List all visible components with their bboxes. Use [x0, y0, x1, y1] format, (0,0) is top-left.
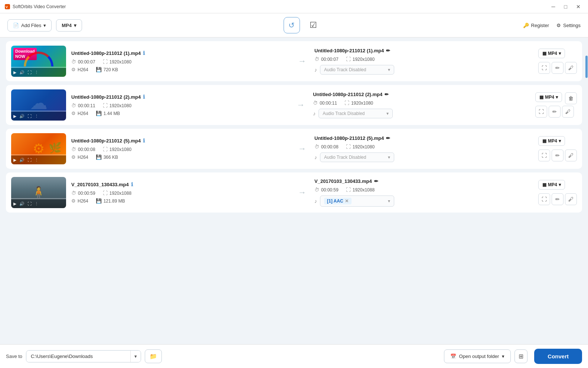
more-icon[interactable]: ⋮: [35, 114, 39, 119]
format-icon: ▦: [542, 182, 546, 187]
scrollbar-thumb[interactable]: [585, 56, 588, 78]
table-row: ⚙ 🌿 ▶ 🔊 ⛶ ⋮ Untitled-1080p-211012 (5).mp…: [6, 129, 582, 169]
output-format-badge[interactable]: ▦ MP4 ▾: [538, 49, 565, 58]
thumb-controls: ▶ 🔊 ⛶ ⋮: [11, 155, 66, 164]
color-button[interactable]: 🖋: [565, 150, 577, 161]
volume-icon[interactable]: 🔊: [19, 201, 24, 206]
clock-icon: ⏱: [71, 59, 76, 65]
save-to-dropdown-button[interactable]: ▾: [130, 351, 141, 362]
save-to-input[interactable]: [26, 351, 130, 362]
delete-button[interactable]: 🗑: [565, 92, 577, 104]
file-list: DownloadNOW ▶ 🔊 ⛶ ⋮ Untitled-1080p-21101…: [0, 37, 588, 344]
info-icon[interactable]: ℹ: [143, 138, 145, 144]
input-meta2: ⚙H264 💾720 KB: [71, 67, 290, 72]
output-format-badge[interactable]: ▦ MP4 ▾: [535, 92, 562, 102]
play-icon[interactable]: ▶: [13, 70, 16, 75]
output-format-label: MP4: [548, 51, 557, 56]
play-icon[interactable]: ▶: [13, 158, 16, 162]
edit-button[interactable]: ✏: [552, 62, 564, 74]
more-icon[interactable]: ⋮: [35, 70, 39, 75]
output-format-badge[interactable]: ▦ MP4 ▾: [538, 180, 565, 190]
leaf-decoration: 🌿: [49, 142, 62, 154]
convert-button[interactable]: Convert: [534, 349, 582, 364]
more-icon[interactable]: ⋮: [35, 201, 39, 206]
audio-track-dropdown[interactable]: Audio Track Disabled ▾: [320, 152, 394, 162]
audio-dropdown-chevron-icon: ▾: [386, 111, 389, 116]
audio-tag-close-icon[interactable]: ✕: [345, 198, 349, 204]
fullscreen-icon[interactable]: ⛶: [27, 158, 32, 162]
volume-icon[interactable]: 🔊: [19, 70, 24, 75]
output-info: Untitled-1080p-211012 (1).mp4 ✏ ⏱00:00:0…: [314, 48, 533, 75]
volume-icon[interactable]: 🔊: [19, 158, 24, 162]
refresh-button[interactable]: ↺: [284, 17, 300, 33]
info-icon[interactable]: ℹ: [143, 94, 145, 100]
audio-icon: ♪: [314, 67, 317, 73]
clock-icon: ⏱: [71, 103, 76, 108]
thumb-controls: ▶ 🔊 ⛶ ⋮: [11, 199, 66, 208]
crop-button[interactable]: ⛶: [538, 62, 550, 74]
color-button[interactable]: 🖋: [562, 106, 574, 118]
open-output-button[interactable]: 📅 Open output folder ▾: [444, 349, 511, 363]
info-icon[interactable]: ℹ: [131, 181, 133, 187]
crop-button[interactable]: ⛶: [538, 193, 550, 205]
audio-track-dropdown[interactable]: Audio Track Disabled ▾: [318, 109, 393, 118]
edit-button[interactable]: ✏: [549, 106, 561, 118]
close-button[interactable]: ✕: [573, 3, 584, 10]
input-duration: 00:00:11: [78, 103, 95, 108]
audio-dropdown-chevron-icon: ▾: [388, 198, 390, 204]
add-files-label: Add Files: [21, 23, 41, 28]
info-icon[interactable]: ℹ: [143, 50, 145, 56]
check-button[interactable]: ☑: [305, 17, 321, 33]
save-to-label: Save to: [6, 354, 22, 359]
format-icon: ▦: [539, 95, 543, 100]
input-meta2: ⚙H264 💾366 KB: [71, 154, 290, 160]
audio-track-dropdown[interactable]: [1] AAC ✕ ▾: [320, 196, 394, 207]
play-icon[interactable]: ▶: [13, 114, 16, 119]
output-actions: ▦ MP4 ▾ ⛶ ✏ 🖋: [538, 180, 577, 205]
output-duration: 00:00:07: [321, 57, 339, 62]
add-files-button[interactable]: 📄 Add Files ▾: [7, 19, 52, 32]
play-icon[interactable]: ▶: [13, 201, 16, 206]
edit-icon[interactable]: ✏: [385, 92, 389, 97]
format-badge-chevron-icon: ▾: [559, 138, 561, 144]
output-format-label: MP4: [545, 95, 554, 100]
color-button[interactable]: 🖋: [565, 62, 577, 74]
edit-icon[interactable]: ✏: [386, 135, 390, 141]
fullscreen-icon[interactable]: ⛶: [27, 70, 32, 75]
thumbnail: ⚙ 🌿 ▶ 🔊 ⛶ ⋮: [11, 133, 66, 164]
crop-button[interactable]: ⛶: [535, 106, 547, 118]
edit-icon[interactable]: ✏: [386, 48, 390, 53]
browse-folder-button[interactable]: 📁: [145, 349, 162, 363]
crop-button[interactable]: ⛶: [538, 150, 550, 161]
output-duration: 00:00:08: [321, 144, 339, 150]
output-resolution: 1920x1080: [351, 101, 373, 106]
edit-button[interactable]: ✏: [552, 193, 564, 205]
codec-icon: ⚙: [71, 154, 76, 160]
input-meta2: ⚙H264 💾121.89 MB: [71, 198, 290, 204]
table-row: ☁ ▶ 🔊 ⛶ ⋮ Untitled-1080p-211012 (2).mp4 …: [6, 85, 582, 125]
scrollbar-track[interactable]: [585, 52, 588, 344]
input-meta2: ⚙H264 💾1.44 MB: [71, 111, 288, 116]
resolution-icon: ⛶: [103, 147, 108, 152]
settings-button[interactable]: ⚙ Settings: [556, 23, 581, 28]
grid-view-button[interactable]: ⊞: [514, 349, 527, 363]
audio-track-dropdown[interactable]: Audio Track Disabled ▾: [320, 65, 394, 75]
maximize-button[interactable]: □: [561, 3, 570, 10]
register-button[interactable]: 🔑 Register: [523, 23, 549, 28]
fullscreen-icon[interactable]: ⛶: [27, 201, 32, 206]
output-format-badge[interactable]: ▦ MP4 ▾: [538, 136, 565, 146]
audio-icon: ♪: [313, 111, 316, 116]
more-icon[interactable]: ⋮: [35, 158, 39, 162]
input-resolution: 1920x1080: [110, 103, 131, 108]
format-button[interactable]: MP4 ▾: [56, 19, 82, 32]
fullscreen-icon[interactable]: ⛶: [27, 114, 32, 118]
color-button[interactable]: 🖋: [565, 193, 577, 205]
output-resolution: 1920x1088: [353, 187, 375, 193]
output-filename: Untitled-1080p-211012 (1).mp4: [314, 48, 384, 53]
minimize-button[interactable]: ─: [549, 3, 558, 10]
app-title: SoftOrbits Video Converter: [13, 4, 66, 9]
edit-icon[interactable]: ✏: [374, 178, 378, 184]
input-duration: 00:00:59: [78, 191, 95, 196]
edit-button[interactable]: ✏: [552, 150, 564, 161]
volume-icon[interactable]: 🔊: [19, 114, 24, 119]
